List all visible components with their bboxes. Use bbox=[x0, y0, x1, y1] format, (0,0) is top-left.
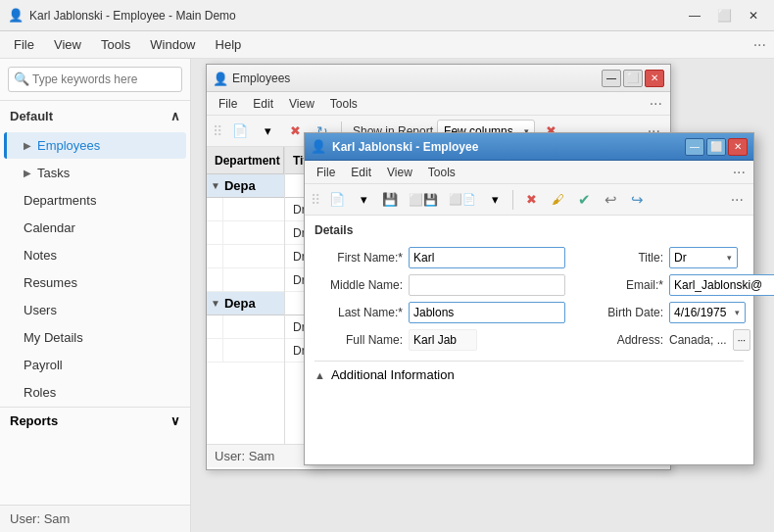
emp-check-button[interactable]: ✔ bbox=[572, 188, 596, 212]
sidebar-item-roles[interactable]: Roles bbox=[4, 379, 186, 406]
new-dropdown-button[interactable]: ▾ bbox=[256, 120, 279, 143]
nav-group-reports[interactable]: Reports ∨ bbox=[0, 407, 190, 434]
employee-menu-bar: File Edit View Tools ··· bbox=[305, 161, 753, 184]
toolbar-grip-2: ⠿ bbox=[311, 192, 320, 208]
employees-menu-more[interactable]: ··· bbox=[646, 95, 666, 113]
details-section-title: Details bbox=[314, 223, 744, 237]
employee-toolbar: ⠿ 📄 ▾ 💾 ⬜💾 ⬜📄 ▾ ✖ 🖌 ✔ ↩ ↪ ··· bbox=[305, 184, 753, 216]
address-row: Address: Canada; ... ··· bbox=[575, 329, 774, 351]
employee-menu-file[interactable]: File bbox=[309, 164, 343, 181]
sidebar-item-tasks[interactable]: ▶ Tasks bbox=[4, 160, 186, 186]
employees-minimize-button[interactable]: — bbox=[602, 70, 621, 87]
emp-new-button[interactable]: 📄 bbox=[325, 188, 349, 212]
sidebar-item-payroll[interactable]: Payroll bbox=[4, 352, 186, 378]
employees-menu-tools[interactable]: Tools bbox=[322, 95, 365, 113]
last-name-input[interactable] bbox=[409, 302, 565, 323]
sidebar-item-mydetails[interactable]: My Details bbox=[4, 324, 186, 351]
employees-menu-edit[interactable]: Edit bbox=[245, 95, 281, 113]
employee-menu-edit[interactable]: Edit bbox=[343, 164, 379, 181]
employee-menu-more[interactable]: ··· bbox=[729, 164, 750, 181]
app-menu-bar: File View Tools Window Help ··· bbox=[0, 31, 774, 59]
employees-window-title: Employees bbox=[232, 72, 602, 85]
employees-footer-user: User: Sam bbox=[215, 449, 274, 463]
app-minimize-button[interactable]: — bbox=[682, 6, 707, 25]
additional-info-section[interactable]: ▲ Additional Information bbox=[314, 361, 744, 382]
last-name-row: Last Name:* bbox=[314, 302, 565, 323]
menu-help[interactable]: Help bbox=[206, 33, 252, 56]
employees-menu-view[interactable]: View bbox=[281, 95, 322, 113]
address-edit-button[interactable]: ··· bbox=[733, 329, 750, 351]
app-maximize-button[interactable]: ⬜ bbox=[711, 6, 737, 25]
group-expand-icon: ▼ bbox=[211, 180, 220, 191]
dept-row bbox=[207, 268, 284, 292]
sidebar-item-label: Notes bbox=[24, 248, 57, 263]
sidebar-item-calendar[interactable]: Calendar bbox=[4, 215, 186, 241]
emp-back-button[interactable]: ↩ bbox=[599, 188, 622, 212]
sidebar-search-bar: 🔍 bbox=[0, 59, 190, 101]
middle-name-input[interactable] bbox=[409, 274, 565, 296]
emp-cancel-button[interactable]: ✖ bbox=[519, 188, 543, 212]
employee-menu-view[interactable]: View bbox=[379, 164, 420, 181]
menu-file[interactable]: File bbox=[4, 33, 44, 56]
employee-menu-tools[interactable]: Tools bbox=[420, 164, 463, 181]
new-button[interactable]: 📄 bbox=[228, 120, 252, 143]
employees-close-button[interactable]: ✕ bbox=[645, 70, 664, 87]
group-expand-icon: ▼ bbox=[211, 298, 220, 309]
birth-date-select[interactable]: 4/16/1975 bbox=[669, 302, 746, 323]
first-name-row: First Name:* bbox=[314, 247, 565, 268]
form-right-col: Title: Dr Mr Mrs Ms ▾ bbox=[575, 247, 774, 357]
dept-group-2[interactable]: ▼ Depa bbox=[207, 292, 284, 315]
birth-date-wrap: 4/16/1975 ▾ bbox=[669, 302, 746, 323]
email-label: Email:* bbox=[575, 278, 663, 292]
emp-paint-button[interactable]: 🖌 bbox=[546, 188, 569, 212]
dept-col-header: Department bbox=[207, 147, 284, 173]
employee-close-button[interactable]: ✕ bbox=[728, 138, 748, 156]
first-name-label: First Name:* bbox=[314, 251, 403, 265]
sidebar-item-notes[interactable]: Notes bbox=[4, 242, 186, 268]
sidebar-item-label: Payroll bbox=[24, 358, 63, 372]
email-input[interactable] bbox=[669, 274, 774, 296]
employee-maximize-button[interactable]: ⬜ bbox=[706, 138, 726, 156]
emp-saveclose-button[interactable]: ⬜💾 bbox=[405, 188, 442, 212]
toolbar-separator-2 bbox=[512, 190, 513, 210]
app-close-button[interactable]: ✕ bbox=[741, 6, 766, 25]
sidebar-item-departments[interactable]: Departments bbox=[4, 187, 186, 214]
sidebar-item-employees[interactable]: ▶ Employees bbox=[4, 132, 186, 159]
sidebar-item-users[interactable]: Users bbox=[4, 297, 186, 323]
sidebar-item-label: Calendar bbox=[24, 220, 75, 235]
employee-detail-title-bar: 👤 Karl Jablonski - Employee — ⬜ ✕ bbox=[305, 133, 753, 161]
app-title-bar: 👤 Karl Jablonski - Employee - Main Demo … bbox=[0, 0, 774, 31]
dept-group-1[interactable]: ▼ Depa bbox=[207, 174, 284, 198]
first-name-input[interactable] bbox=[409, 247, 565, 268]
menu-window[interactable]: Window bbox=[140, 33, 205, 56]
sidebar-item-label: Resumes bbox=[24, 275, 77, 290]
full-name-label: Full Name: bbox=[314, 333, 403, 347]
emp-new-dropdown-button[interactable]: ▾ bbox=[352, 188, 375, 212]
expand-icon: ▶ bbox=[24, 140, 31, 151]
nav-group-default[interactable]: Default ∧ bbox=[0, 101, 190, 131]
employee-minimize-button[interactable]: — bbox=[685, 138, 704, 156]
emp-saveall-button[interactable]: ⬜📄 bbox=[445, 188, 480, 212]
employee-toolbar-more[interactable]: ··· bbox=[727, 191, 748, 209]
menu-view[interactable]: View bbox=[44, 33, 91, 56]
employees-menu-file[interactable]: File bbox=[211, 95, 245, 113]
delete-icon: ✖ bbox=[290, 123, 301, 138]
menu-tools[interactable]: Tools bbox=[91, 33, 140, 56]
emp-redo-button[interactable]: ↪ bbox=[625, 188, 649, 212]
additional-collapse-icon: ▲ bbox=[314, 369, 325, 381]
app-menu-more[interactable]: ··· bbox=[750, 36, 770, 54]
expand-icon: ▶ bbox=[24, 168, 31, 178]
sidebar: 🔍 Default ∧ ▶ Employees ▶ Tasks Departme… bbox=[0, 59, 191, 532]
search-input[interactable] bbox=[8, 67, 182, 92]
employees-menu-bar: File Edit View Tools ··· bbox=[207, 92, 670, 116]
sidebar-item-label: Departments bbox=[24, 193, 96, 208]
employees-maximize-button[interactable]: ⬜ bbox=[623, 70, 643, 87]
employee-form: Details First Name:* Middle Name: bbox=[305, 216, 753, 390]
emp-savetype-dropdown[interactable]: ▾ bbox=[483, 188, 507, 212]
emp-save-button[interactable]: 💾 bbox=[378, 188, 402, 212]
title-select[interactable]: Dr Mr Mrs Ms bbox=[669, 247, 738, 268]
sidebar-item-label: Tasks bbox=[37, 166, 70, 180]
dept-group-label: Depa bbox=[224, 296, 256, 311]
sidebar-item-resumes[interactable]: Resumes bbox=[4, 269, 186, 296]
content-area: 👤 Employees — ⬜ ✕ File Edit View Tools ·… bbox=[191, 59, 774, 532]
